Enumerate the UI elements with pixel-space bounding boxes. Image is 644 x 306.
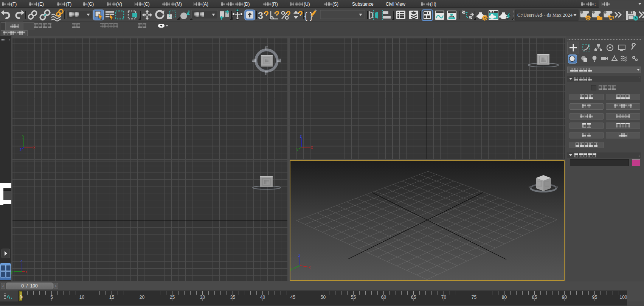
svg-text:90: 90 xyxy=(562,295,567,300)
svg-text:15: 15 xyxy=(109,295,115,300)
svg-text:45: 45 xyxy=(290,295,296,300)
svg-text:75: 75 xyxy=(472,295,477,300)
svg-text:35: 35 xyxy=(230,295,236,300)
svg-text:x: x xyxy=(33,145,35,149)
svg-text:y: y xyxy=(22,134,24,138)
svg-text:y: y xyxy=(11,270,13,274)
svg-text:3: 3 xyxy=(258,10,263,21)
svg-text:40: 40 xyxy=(260,295,265,300)
svg-text:x: x xyxy=(309,265,310,269)
svg-text:25: 25 xyxy=(170,295,175,300)
svg-text:C:\Users\Ad···ds Max 2024: C:\Users\Ad···ds Max 2024 xyxy=(517,12,573,18)
svg-text:z: z xyxy=(298,253,300,258)
svg-text:x: x xyxy=(25,270,27,274)
svg-text:z: z xyxy=(20,259,22,263)
svg-text:y: y xyxy=(290,267,292,271)
svg-text:70: 70 xyxy=(441,295,447,300)
svg-text:65: 65 xyxy=(411,295,416,300)
svg-text:95: 95 xyxy=(592,295,597,300)
svg-text:80: 80 xyxy=(502,295,507,300)
svg-text:x: x xyxy=(311,145,313,149)
svg-text:55: 55 xyxy=(351,295,356,300)
svg-text:10: 10 xyxy=(79,295,85,300)
svg-text:z: z xyxy=(20,147,22,151)
svg-text:z: z xyxy=(300,134,302,138)
svg-text:y: y xyxy=(296,147,298,151)
svg-text:5: 5 xyxy=(50,295,53,300)
svg-text:30: 30 xyxy=(200,295,205,300)
svg-text:50: 50 xyxy=(321,295,326,300)
svg-text:20: 20 xyxy=(140,295,145,300)
svg-text:85: 85 xyxy=(532,295,537,300)
svg-text:60: 60 xyxy=(381,295,386,300)
svg-text:100: 100 xyxy=(619,295,627,300)
